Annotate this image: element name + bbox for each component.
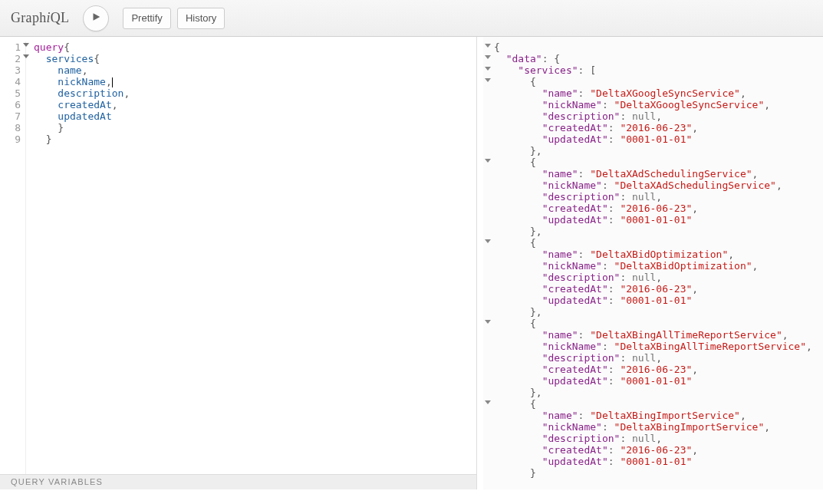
- result-line: {: [494, 398, 812, 410]
- result-line: },: [494, 226, 812, 237]
- code-line[interactable]: name,: [34, 64, 130, 76]
- query-variables-bar[interactable]: Query Variables: [0, 474, 476, 489]
- result-gutter-line: [483, 433, 494, 444]
- prettify-button[interactable]: Prettify: [123, 8, 170, 29]
- result-gutter-line: [483, 387, 494, 398]
- result-gutter-line: [483, 53, 494, 64]
- result-line: },: [494, 306, 812, 318]
- result-gutter-line: [483, 421, 494, 433]
- result-line: "description": null,: [494, 433, 812, 444]
- fold-arrow-icon[interactable]: [23, 54, 29, 58]
- result-gutter-line: [483, 295, 494, 306]
- result-gutter-line: [483, 364, 494, 375]
- result-gutter-line: [483, 260, 494, 272]
- query-variables-label: Query Variables: [11, 477, 103, 486]
- result-line: }: [494, 467, 812, 479]
- result-line: "nickName": "DeltaXBidOptimization",: [494, 260, 812, 272]
- code-line[interactable]: nickName,: [34, 76, 130, 87]
- fold-arrow-icon[interactable]: [485, 400, 491, 404]
- result-code: { "data": { "services": [ { "name": "Del…: [494, 41, 812, 485]
- result-gutter-line: [483, 444, 494, 456]
- code-line[interactable]: updatedAt: [34, 110, 130, 122]
- logo: GraphiQL: [11, 10, 69, 26]
- query-editor[interactable]: 123456789 query{ services{ name, nickNam…: [0, 37, 476, 474]
- result-line: {: [494, 318, 812, 329]
- history-button[interactable]: History: [177, 8, 225, 29]
- result-gutter-line: [483, 398, 494, 410]
- result-gutter-line: [483, 318, 494, 329]
- result-gutter-line: [483, 283, 494, 295]
- pane-resize-handle[interactable]: [477, 37, 483, 489]
- result-line: "name": "DeltaXBingImportService",: [494, 410, 812, 421]
- text-cursor: [112, 77, 113, 87]
- result-gutter-line: [483, 145, 494, 156]
- result-line: "updatedAt": "0001-01-01": [494, 133, 812, 145]
- fold-arrow-icon[interactable]: [485, 239, 491, 243]
- code-line[interactable]: query{: [34, 41, 130, 53]
- code-line[interactable]: }: [34, 122, 130, 133]
- code-line[interactable]: services{: [34, 53, 130, 64]
- result-line: {: [494, 41, 812, 53]
- result-line: "name": "DeltaXBingAllTimeReportService"…: [494, 329, 812, 341]
- result-gutter-line: [483, 329, 494, 341]
- result-gutter-line: [483, 272, 494, 283]
- line-number: 4: [0, 76, 21, 87]
- result-gutter-line: [483, 306, 494, 318]
- result-gutter-line: [483, 133, 494, 145]
- result-gutter-line: [483, 41, 494, 53]
- fold-arrow-icon[interactable]: [485, 320, 491, 324]
- result-gutter-line: [483, 87, 494, 99]
- result-gutter-line: [483, 64, 494, 76]
- result-gutter-line: [483, 76, 494, 87]
- result-gutter-line: [483, 214, 494, 226]
- result-gutter-line: [483, 410, 494, 421]
- logo-part: QL: [51, 10, 70, 25]
- result-gutter: [483, 41, 494, 485]
- result-line: "description": null,: [494, 191, 812, 203]
- line-number: 1: [0, 41, 21, 53]
- code-line[interactable]: description,: [34, 87, 130, 99]
- code-line[interactable]: createdAt,: [34, 99, 130, 110]
- result-line: "nickName": "DeltaXBingImportService",: [494, 421, 812, 433]
- main-area: 123456789 query{ services{ name, nickNam…: [0, 37, 823, 489]
- line-number: 9: [0, 133, 21, 145]
- result-line: {: [494, 76, 812, 87]
- result-line: "name": "DeltaXAdSchedulingService",: [494, 168, 812, 180]
- fold-arrow-icon[interactable]: [485, 159, 491, 163]
- result-gutter-line: [483, 110, 494, 122]
- result-line: "description": null,: [494, 272, 812, 283]
- result-line: {: [494, 237, 812, 249]
- result-gutter-line: [483, 352, 494, 364]
- result-line: "updatedAt": "0001-01-01": [494, 456, 812, 467]
- fold-arrow-icon[interactable]: [23, 43, 29, 47]
- execute-button[interactable]: [83, 5, 109, 31]
- result-line: },: [494, 387, 812, 398]
- query-pane: 123456789 query{ services{ name, nickNam…: [0, 37, 477, 489]
- result-gutter-line: [483, 168, 494, 180]
- toolbar: GraphiQL Prettify History: [0, 0, 823, 37]
- result-line: {: [494, 156, 812, 168]
- query-gutter: 123456789: [0, 41, 26, 474]
- result-gutter-line: [483, 226, 494, 237]
- result-line: "createdAt": "2016-06-23",: [494, 122, 812, 133]
- fold-arrow-icon[interactable]: [485, 78, 491, 82]
- fold-arrow-icon[interactable]: [485, 67, 491, 71]
- result-gutter-line: [483, 191, 494, 203]
- result-line: "data": {: [494, 53, 812, 64]
- result-gutter-line: [483, 375, 494, 387]
- fold-arrow-icon[interactable]: [485, 44, 491, 48]
- result-pane[interactable]: { "data": { "services": [ { "name": "Del…: [483, 37, 823, 489]
- line-number: 7: [0, 110, 21, 122]
- result-line: "nickName": "DeltaXBingAllTimeReportServ…: [494, 341, 812, 352]
- result-gutter-line: [483, 203, 494, 214]
- result-line: "name": "DeltaXBidOptimization",: [494, 249, 812, 260]
- result-line: "createdAt": "2016-06-23",: [494, 364, 812, 375]
- line-number: 6: [0, 99, 21, 110]
- result-line: "updatedAt": "0001-01-01": [494, 375, 812, 387]
- result-line: "description": null,: [494, 352, 812, 364]
- result-line: "createdAt": "2016-06-23",: [494, 203, 812, 214]
- play-icon: [91, 12, 101, 25]
- query-code[interactable]: query{ services{ name, nickName, descrip…: [26, 41, 130, 474]
- code-line[interactable]: }: [34, 133, 130, 145]
- fold-arrow-icon[interactable]: [485, 55, 491, 59]
